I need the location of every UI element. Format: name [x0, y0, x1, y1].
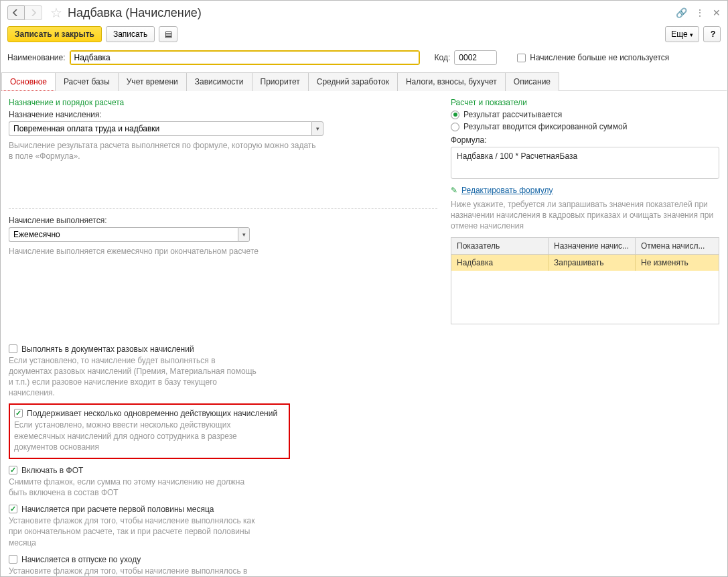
perform-dropdown[interactable]: ▾: [238, 227, 250, 242]
menu-icon[interactable]: ⋮: [695, 7, 705, 18]
purpose-label: Назначение начисления:: [9, 110, 437, 119]
fot-hint: Снимите флажок, если сумма по этому начи…: [9, 476, 263, 498]
help-button[interactable]: ?: [703, 26, 721, 42]
tab-desc[interactable]: Описание: [505, 72, 559, 91]
radio-calculated-label: Результат рассчитывается: [463, 110, 562, 119]
care-label: Начисляется в отпуске по уходу: [21, 555, 141, 564]
half-checkbox[interactable]: [9, 505, 17, 513]
window-title: Надбавка (Начисление): [68, 6, 672, 20]
tab-time[interactable]: Учет времени: [118, 72, 187, 91]
right-section-title: Расчет и показатели: [451, 98, 719, 107]
tab-main[interactable]: Основное: [1, 72, 56, 91]
fot-checkbox[interactable]: [9, 466, 17, 474]
fot-label: Включать в ФОТ: [21, 466, 83, 475]
report-button[interactable]: ▤: [159, 26, 177, 42]
grid-cell-indicator: Надбавка: [451, 255, 549, 271]
grid-header-assign[interactable]: Назначение начис...: [549, 238, 636, 254]
grid-hint: Ниже укажите, требуется ли запрашивать з…: [451, 199, 719, 232]
code-label: Код:: [435, 53, 451, 62]
close-icon[interactable]: ✕: [713, 7, 721, 18]
multi-label: Поддерживает несколько одновременно дейс…: [27, 409, 277, 418]
onetime-checkbox[interactable]: [9, 344, 17, 353]
grid-cell-cancel: Не изменять: [636, 255, 719, 271]
back-button[interactable]: [7, 5, 25, 20]
half-hint: Установите флажок для того, чтобы начисл…: [9, 515, 263, 548]
forward-button[interactable]: [25, 5, 42, 20]
onetime-hint: Если установлено, то начисление будет вы…: [9, 355, 257, 399]
radio-fixed-label: Результат вводится фиксированной суммой: [463, 122, 627, 131]
tab-deps[interactable]: Зависимости: [186, 72, 252, 91]
care-checkbox[interactable]: [9, 555, 17, 564]
name-input[interactable]: [70, 50, 420, 65]
onetime-label: Выполнять в документах разовых начислени…: [21, 344, 194, 354]
formula-box: Надбавка / 100 * РасчетнаяБаза: [451, 147, 719, 179]
indicators-grid: Показатель Назначение начис... Отмена на…: [451, 237, 719, 324]
formula-label: Формула:: [451, 135, 719, 145]
left-section-title: Назначение и порядок расчета: [9, 98, 437, 107]
tab-priority[interactable]: Приоритет: [252, 72, 309, 91]
perform-hint: Начисление выполняется ежемесячно при ок…: [9, 246, 437, 257]
pencil-icon: ✎: [451, 186, 457, 195]
perform-label: Начисление выполняется:: [9, 216, 437, 225]
radio-calculated[interactable]: [451, 111, 459, 119]
not-used-label: Начисление больше не используется: [530, 53, 669, 62]
not-used-checkbox[interactable]: [517, 54, 526, 62]
care-hint: Установите флажок для того, чтобы начисл…: [9, 566, 263, 576]
code-input[interactable]: [454, 50, 497, 65]
purpose-select[interactable]: [9, 121, 311, 136]
favorite-icon[interactable]: ☆: [50, 5, 62, 21]
grid-header-indicator[interactable]: Показатель: [451, 238, 549, 254]
radio-fixed[interactable]: [451, 123, 459, 131]
tab-avg[interactable]: Средний заработок: [308, 72, 398, 91]
purpose-hint: Вычисление результата расчета выполняетс…: [9, 140, 317, 162]
grid-row[interactable]: Надбавка Запрашивать Не изменять: [451, 255, 719, 271]
save-button[interactable]: Записать: [106, 26, 155, 42]
multi-checkbox[interactable]: [14, 409, 23, 418]
tab-base[interactable]: Расчет базы: [55, 72, 119, 91]
grid-cell-assign: Запрашивать: [549, 255, 636, 271]
half-label: Начисляется при расчете первой половины …: [21, 505, 214, 514]
chevron-down-icon: ▾: [690, 31, 693, 38]
tab-bar: Основное Расчет базы Учет времени Зависи…: [1, 72, 727, 91]
purpose-dropdown[interactable]: ▾: [311, 121, 323, 136]
grid-header-cancel[interactable]: Отмена начисл...: [636, 238, 719, 254]
more-button[interactable]: Еще ▾: [665, 26, 699, 42]
save-close-button[interactable]: Записать и закрыть: [7, 26, 102, 42]
tab-tax[interactable]: Налоги, взносы, бухучет: [397, 72, 506, 91]
multi-hint: Если установлено, можно ввести несколько…: [14, 420, 282, 452]
link-icon[interactable]: 🔗: [676, 7, 687, 18]
name-label: Наименование:: [7, 53, 66, 62]
edit-formula-link[interactable]: Редактировать формулу: [461, 186, 553, 195]
perform-select[interactable]: [9, 227, 238, 242]
